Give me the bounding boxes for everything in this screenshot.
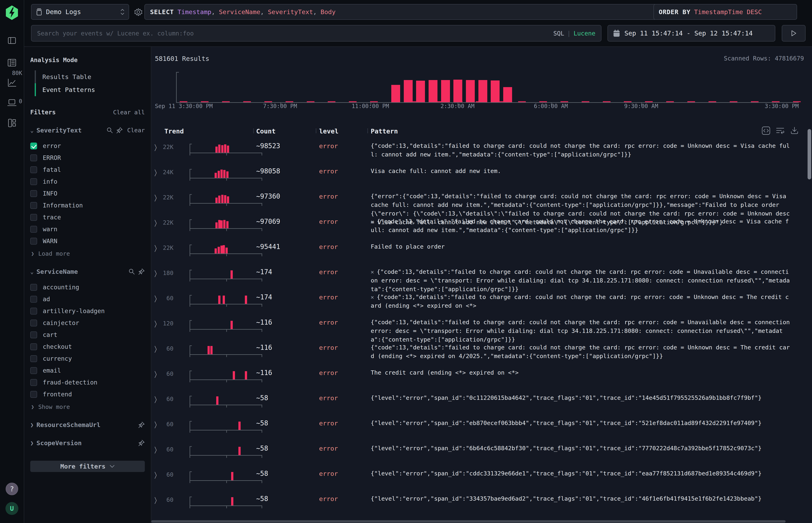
filter-option-Information[interactable]: Information	[30, 199, 145, 211]
pattern-cell[interactable]: The credit card (ending <*> expired on <…	[371, 368, 792, 377]
filter-option-error[interactable]: error	[30, 140, 145, 152]
filter-option-trace[interactable]: trace	[30, 211, 145, 223]
filter-option-ad[interactable]: ad	[30, 293, 145, 305]
col-header-count[interactable]: Count	[256, 127, 276, 135]
event-search-input[interactable]: Search your events w/ Lucene ex. column:…	[31, 25, 601, 41]
dismiss-pattern-icon[interactable]: ✕	[371, 269, 377, 275]
filter-option-cainjector[interactable]: cainjector	[30, 317, 145, 329]
checkbox[interactable]	[30, 391, 37, 398]
histogram-bar[interactable]	[454, 80, 462, 102]
filter-option-WARN[interactable]: WARN	[30, 235, 145, 247]
horizontal-scrollbar[interactable]	[151, 520, 812, 523]
pattern-cell[interactable]: Failed to place order	[371, 242, 792, 251]
mode-toggle-lucene[interactable]: Lucene	[573, 30, 595, 37]
pattern-row[interactable]: 〉60~116errorThe credit card (ending <*> …	[151, 368, 806, 394]
pin-icon[interactable]	[116, 127, 123, 134]
source-settings-button[interactable]	[133, 7, 144, 17]
checkbox[interactable]	[30, 320, 37, 326]
pattern-row[interactable]: 〉180~174error✕{"code":13,"details":"fail…	[151, 268, 806, 293]
pattern-row[interactable]: 〉60~58error{"level":"error","span_id":"c…	[151, 469, 806, 494]
pattern-cell[interactable]: ✕{"code":13,"details":"failed to charge …	[371, 217, 792, 234]
filter-option-checkout[interactable]: checkout	[30, 341, 145, 353]
search-icon[interactable]	[106, 127, 113, 134]
col-resize-handle[interactable]: ⁞	[314, 127, 317, 135]
time-range-picker[interactable]: Sep 11 15:47:14 - Sep 12 15:47:14	[607, 25, 775, 41]
col-header-level[interactable]: level	[319, 127, 338, 135]
results-histogram[interactable]: 80K 0 Sep 11 3:30:00 PM7:30:00 PM11:00:0…	[151, 67, 812, 127]
pattern-cell[interactable]: {"code":13,"details":"failed to charge c…	[371, 142, 792, 159]
checkbox[interactable]	[30, 367, 37, 374]
filter-option-accounting[interactable]: accounting	[30, 281, 145, 293]
pattern-cell[interactable]: {"level":"error","span_id":"eb870ecef063…	[371, 419, 792, 428]
pattern-row[interactable]: 〉60~174error✕{"code":13,"details":"faile…	[151, 293, 806, 318]
filter-option-fraud-detection[interactable]: fraud-detection	[30, 376, 145, 388]
checkbox[interactable]	[30, 355, 37, 362]
search-icon[interactable]	[128, 268, 135, 275]
pattern-row[interactable]: 〉22K~97069error✕{"code":13,"details":"fa…	[151, 217, 806, 242]
order-by-input[interactable]: ORDER BY TimestampTime DESC	[653, 4, 797, 20]
more-filters-button[interactable]: More filters	[30, 461, 145, 472]
pattern-row[interactable]: 〉60~58error{"level":"error","span_id":"3…	[151, 494, 806, 519]
checkbox[interactable]	[30, 190, 37, 197]
clear-all-filters-button[interactable]: Clear all	[113, 109, 145, 116]
filter-option-fatal[interactable]: fatal	[30, 164, 145, 176]
pin-icon[interactable]	[138, 439, 145, 446]
histogram-bar[interactable]	[428, 80, 438, 102]
vertical-scrollbar-thumb[interactable]	[808, 129, 811, 179]
histogram-bar[interactable]	[416, 80, 425, 102]
checkbox[interactable]	[30, 331, 37, 338]
pattern-cell[interactable]: ✕{"code":13,"details":"failed to charge …	[371, 268, 792, 293]
pin-icon[interactable]	[138, 421, 145, 428]
dismiss-pattern-icon[interactable]: ✕	[371, 218, 377, 224]
pin-icon[interactable]	[138, 268, 145, 275]
vertical-scrollbar[interactable]	[808, 127, 811, 518]
pattern-cell[interactable]: {"level":"error","span_id":"cddc331329e6…	[371, 469, 792, 478]
clear-filter-button[interactable]: Clear	[127, 127, 145, 134]
checkbox[interactable]	[30, 226, 37, 233]
chevron-down-icon[interactable]: ⌄	[30, 268, 34, 275]
filter-option-currency[interactable]: currency	[30, 353, 145, 364]
checkbox[interactable]	[30, 296, 37, 303]
mode-toggle-sql[interactable]: SQL	[553, 30, 564, 37]
filter-option-cart[interactable]: cart	[30, 329, 145, 341]
pattern-row[interactable]: 〉24K~98058errorVisa cache full: cannot a…	[151, 167, 806, 192]
pattern-cell[interactable]: Visa cache full: cannot add new item.	[371, 167, 792, 175]
checkbox[interactable]	[30, 238, 37, 245]
pattern-row[interactable]: 〉22K~95441errorFailed to place order	[151, 242, 806, 268]
histogram-bar[interactable]	[478, 80, 487, 102]
load-more-button[interactable]: ❯Load more	[31, 250, 145, 257]
col-header-trend[interactable]: Trend	[164, 127, 184, 135]
app-logo-icon[interactable]	[5, 5, 19, 20]
checkbox[interactable]	[30, 379, 37, 386]
chart-explorer-icon[interactable]	[7, 78, 17, 88]
pattern-cell[interactable]: {"level":"error","span_id":"6b64c6c58842…	[371, 444, 792, 453]
run-query-button[interactable]	[782, 25, 806, 41]
wrap-lines-icon[interactable]	[776, 127, 785, 135]
pattern-cell[interactable]: ✕{"code":13,"details":"failed to charge …	[371, 293, 792, 310]
chevron-right-icon[interactable]: ❯	[30, 421, 34, 428]
col-resize-handle[interactable]: ⁞	[366, 127, 369, 135]
checkbox[interactable]	[30, 202, 37, 209]
histogram-bar[interactable]	[491, 80, 499, 102]
filter-option-ERROR[interactable]: ERROR	[30, 152, 145, 164]
col-resize-handle[interactable]: ⁞	[252, 127, 255, 135]
analysis-mode-results-table[interactable]: Results Table	[35, 70, 145, 83]
chevron-down-icon[interactable]: ⌄	[30, 127, 34, 134]
search-logs-icon[interactable]	[7, 58, 17, 67]
collapse-panel-icon[interactable]	[7, 36, 17, 45]
histogram-bar[interactable]	[441, 80, 450, 102]
download-icon[interactable]	[790, 126, 799, 135]
pattern-cell[interactable]: {"level":"error","span_id":"0c11220615ba…	[371, 394, 792, 402]
pattern-row[interactable]: 〉120~116error{"code":13,"details":"faile…	[151, 318, 806, 343]
filter-group-name[interactable]: ResourceSchemaUrl	[36, 421, 101, 429]
dashboards-icon[interactable]	[7, 118, 17, 128]
dismiss-pattern-icon[interactable]: ✕	[371, 294, 377, 300]
pattern-row[interactable]: 〉60~58error{"level":"error","span_id":"e…	[151, 419, 806, 444]
pattern-row[interactable]: 〉60~58error{"level":"error","span_id":"0…	[151, 394, 806, 419]
filter-option-INFO[interactable]: INFO	[30, 187, 145, 199]
col-header-pattern[interactable]: Pattern	[371, 127, 398, 135]
filter-option-info[interactable]: info	[30, 176, 145, 187]
checkbox[interactable]	[30, 284, 37, 291]
pattern-row[interactable]: 〉22K~97360error{"error":{"code":13,"deta…	[151, 192, 806, 217]
show-more-button[interactable]: ❯Show more	[31, 403, 145, 410]
